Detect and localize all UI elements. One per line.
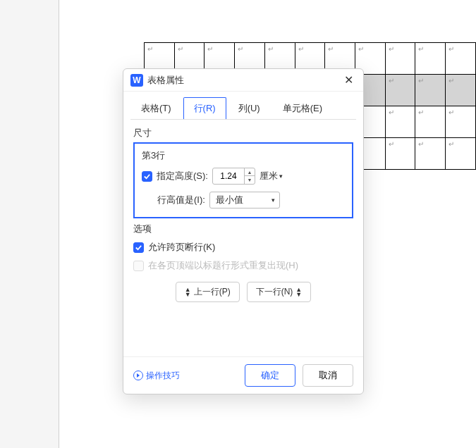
dialog-title: 表格属性 bbox=[147, 74, 341, 87]
repeat-header-label: 在各页顶端以标题行形式重复出现(H) bbox=[148, 259, 298, 272]
unit-label: 厘米 bbox=[260, 170, 278, 182]
specify-height-checkbox[interactable] bbox=[142, 171, 152, 182]
tab-bar: 表格(T) 行(R) 列(U) 单元格(E) bbox=[123, 92, 363, 119]
cancel-button[interactable]: 取消 bbox=[303, 364, 353, 387]
options-section-label: 选项 bbox=[133, 223, 353, 235]
table-cell[interactable]: ↵ bbox=[415, 106, 446, 138]
table-cell[interactable]: ↵ bbox=[415, 43, 446, 75]
row-height-is-label: 行高值是(I): bbox=[157, 194, 205, 206]
close-icon[interactable]: ✕ bbox=[341, 73, 356, 87]
updown-icon: ▲▼ bbox=[295, 287, 302, 297]
row-height-is-select[interactable]: 最小值 ▾ bbox=[209, 192, 280, 209]
table-cell[interactable]: ↵ bbox=[446, 138, 476, 170]
next-row-label: 下一行(N) bbox=[256, 286, 293, 298]
unit-dropdown[interactable]: 厘米▾ bbox=[260, 170, 283, 182]
table-cell[interactable]: ↵ bbox=[385, 138, 415, 170]
table-cell[interactable]: ↵ bbox=[385, 106, 415, 138]
tab-column[interactable]: 列(U) bbox=[228, 97, 271, 119]
next-row-button[interactable]: 下一行(N) ▲▼ bbox=[247, 282, 312, 302]
table-cell[interactable]: ↵ bbox=[385, 75, 415, 106]
table-properties-dialog: W 表格属性 ✕ 表格(T) 行(R) 列(U) 单元格(E) 尺寸 第3行 指… bbox=[123, 68, 364, 394]
height-spinner[interactable]: ▲ ▼ bbox=[212, 168, 255, 185]
dialog-footer: 操作技巧 确定 取消 bbox=[123, 356, 363, 394]
spinner-down-icon[interactable]: ▼ bbox=[245, 176, 255, 184]
play-circle-icon bbox=[133, 371, 143, 380]
table-cell[interactable]: ↵ bbox=[415, 138, 446, 170]
tab-row[interactable]: 行(R) bbox=[183, 97, 226, 119]
allow-break-label: 允许跨页断行(K) bbox=[148, 241, 215, 254]
specify-height-label: 指定高度(S): bbox=[157, 170, 208, 182]
size-section-label: 尺寸 bbox=[133, 127, 353, 139]
dialog-titlebar: W 表格属性 ✕ bbox=[123, 69, 363, 92]
chevron-down-icon: ▾ bbox=[271, 197, 275, 204]
highlighted-settings-box: 第3行 指定高度(S): ▲ ▼ 厘米▾ 行高值是(I): bbox=[133, 142, 353, 218]
tips-label: 操作技巧 bbox=[146, 370, 180, 382]
spinner-up-icon[interactable]: ▲ bbox=[245, 168, 255, 176]
chevron-down-icon: ▾ bbox=[279, 173, 283, 180]
ok-button[interactable]: 确定 bbox=[245, 364, 295, 387]
tab-cell[interactable]: 单元格(E) bbox=[272, 97, 333, 119]
table-cell[interactable]: ↵ bbox=[385, 43, 415, 75]
dialog-content: 尺寸 第3行 指定高度(S): ▲ ▼ 厘米▾ bbox=[123, 120, 363, 356]
table-cell[interactable]: ↵ bbox=[415, 75, 446, 106]
prev-row-button[interactable]: ▲▼ 上一行(P) bbox=[176, 282, 240, 302]
allow-break-checkbox[interactable] bbox=[133, 242, 144, 253]
updown-icon: ▲▼ bbox=[185, 287, 191, 297]
table-cell[interactable]: ↵ bbox=[446, 106, 476, 138]
prev-row-label: 上一行(P) bbox=[194, 286, 231, 298]
current-row-label: 第3行 bbox=[142, 149, 345, 162]
repeat-header-checkbox bbox=[133, 261, 144, 271]
height-input[interactable] bbox=[213, 171, 244, 181]
table-cell[interactable]: ↵ bbox=[446, 75, 476, 106]
row-height-is-value: 最小值 bbox=[216, 194, 243, 206]
table-cell[interactable]: ↵ bbox=[446, 43, 476, 75]
app-icon: W bbox=[130, 74, 143, 87]
tips-link[interactable]: 操作技巧 bbox=[133, 370, 238, 382]
tab-table[interactable]: 表格(T) bbox=[130, 97, 182, 119]
